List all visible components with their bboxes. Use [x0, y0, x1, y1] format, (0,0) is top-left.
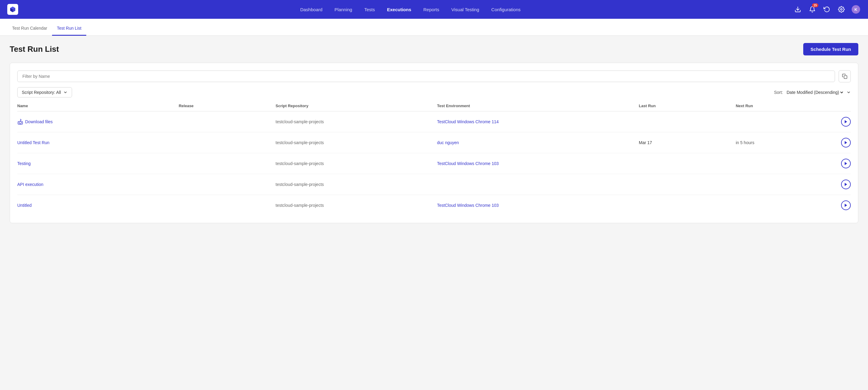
robot-icon	[17, 119, 23, 125]
row-5-actions	[833, 201, 851, 210]
filter-row	[17, 70, 851, 82]
col-release: Release	[179, 103, 275, 108]
row-5-script-repo: testcloud-sample-projects	[276, 203, 437, 208]
row-1-actions	[833, 117, 851, 126]
schedule-test-run-button[interactable]: Schedule Test Run	[803, 43, 858, 55]
run-button-3[interactable]	[841, 159, 851, 168]
notification-badge: 15	[812, 3, 818, 7]
page-content: Test Run List Schedule Test Run Script R…	[0, 36, 868, 231]
table-header: Name Release Script Repository Test Envi…	[17, 103, 851, 112]
nav-tests[interactable]: Tests	[364, 6, 375, 13]
tab-test-run-list[interactable]: Test Run List	[52, 22, 86, 36]
row-2-next-run: in 5 hours	[736, 140, 833, 145]
run-button-4[interactable]	[841, 180, 851, 189]
repo-filter-button[interactable]: Script Repository: All	[17, 87, 72, 97]
svg-text:K: K	[855, 7, 858, 12]
filter-input[interactable]	[17, 70, 835, 82]
svg-point-7	[21, 123, 22, 123]
svg-marker-8	[845, 120, 847, 124]
row-2-name[interactable]: Untitled Test Run	[17, 140, 179, 145]
row-3-name[interactable]: Testing	[17, 161, 179, 166]
filter-input-wrap	[17, 70, 835, 82]
table-row: Untitled Test Run testcloud-sample-proje…	[17, 132, 851, 153]
col-actions	[833, 103, 851, 108]
nav-configurations[interactable]: Configurations	[491, 6, 521, 13]
row-1-name[interactable]: Download files	[17, 119, 179, 125]
nav-dashboard[interactable]: Dashboard	[300, 6, 322, 13]
col-name: Name	[17, 103, 179, 108]
nav-executions[interactable]: Executions	[387, 6, 411, 13]
main-nav: Dashboard Planning Tests Executions Repo…	[28, 6, 793, 13]
play-icon	[844, 203, 848, 207]
table-row: Download files testcloud-sample-projects…	[17, 112, 851, 132]
row-3-test-env[interactable]: TestCloud Windows Chrome 103	[437, 161, 639, 166]
svg-marker-12	[845, 204, 847, 207]
main-card: Script Repository: All Sort: Date Modifi…	[10, 63, 858, 223]
col-next-run: Next Run	[736, 103, 833, 108]
page-title: Test Run List	[10, 44, 59, 54]
svg-point-1	[840, 8, 842, 10]
tabs-bar: Test Run Calendar Test Run List	[0, 19, 868, 36]
row-4-actions	[833, 180, 851, 189]
repo-filter-label: Script Repository: All	[22, 90, 61, 95]
play-icon	[844, 141, 848, 145]
tab-test-run-calendar[interactable]: Test Run Calendar	[7, 22, 52, 36]
table-row: API execution testcloud-sample-projects	[17, 174, 851, 195]
sort-select[interactable]: Date Modified (Descending)	[785, 90, 844, 95]
row-4-script-repo: testcloud-sample-projects	[276, 182, 437, 187]
history-icon[interactable]	[822, 4, 832, 14]
sort-chevron-icon	[846, 90, 851, 94]
row-3-script-repo: testcloud-sample-projects	[276, 161, 437, 166]
download-icon[interactable]	[793, 4, 803, 14]
run-button-1[interactable]	[841, 117, 851, 126]
app-logo[interactable]	[7, 4, 18, 15]
svg-rect-4	[844, 76, 847, 79]
user-avatar[interactable]: K	[851, 4, 861, 14]
svg-marker-11	[845, 183, 847, 186]
col-last-run: Last Run	[639, 103, 736, 108]
col-script-repo: Script Repository	[276, 103, 437, 108]
nav-planning[interactable]: Planning	[334, 6, 352, 13]
play-icon	[844, 120, 848, 124]
copy-icon-button[interactable]	[839, 70, 851, 82]
header-actions: 15 K	[793, 4, 861, 14]
nav-reports[interactable]: Reports	[424, 6, 439, 13]
run-button-2[interactable]	[841, 138, 851, 147]
svg-marker-10	[845, 162, 847, 165]
run-button-5[interactable]	[841, 201, 851, 210]
chevron-down-icon	[63, 90, 67, 94]
col-test-env: Test Environment	[437, 103, 639, 108]
sort-label-text: Sort:	[774, 90, 783, 95]
play-icon	[844, 182, 848, 186]
play-icon	[844, 161, 848, 166]
row-2-test-env[interactable]: duc nguyen	[437, 140, 639, 145]
row-1-test-env[interactable]: TestCloud Windows Chrome 114	[437, 119, 639, 124]
row-1-script-repo: testcloud-sample-projects	[276, 119, 437, 124]
header: Dashboard Planning Tests Executions Repo…	[0, 0, 868, 19]
row-4-name[interactable]: API execution	[17, 182, 179, 187]
row-2-actions	[833, 138, 851, 147]
svg-marker-9	[845, 141, 847, 144]
table-row: Untitled testcloud-sample-projects TestC…	[17, 195, 851, 216]
svg-point-6	[19, 123, 20, 123]
row-3-actions	[833, 159, 851, 168]
settings-icon[interactable]	[837, 4, 846, 14]
notification-icon[interactable]: 15	[807, 4, 817, 14]
row-2-script-repo: testcloud-sample-projects	[276, 140, 437, 145]
row-5-test-env[interactable]: TestCloud Windows Chrome 103	[437, 203, 639, 208]
sort-row: Script Repository: All Sort: Date Modifi…	[17, 87, 851, 97]
table-row: Testing testcloud-sample-projects TestCl…	[17, 153, 851, 174]
row-2-last-run: Mar 17	[639, 140, 736, 145]
nav-visual-testing[interactable]: Visual Testing	[451, 6, 479, 13]
sort-controls: Sort: Date Modified (Descending)	[774, 90, 851, 95]
row-5-name[interactable]: Untitled	[17, 203, 179, 208]
page-header: Test Run List Schedule Test Run	[10, 43, 858, 55]
